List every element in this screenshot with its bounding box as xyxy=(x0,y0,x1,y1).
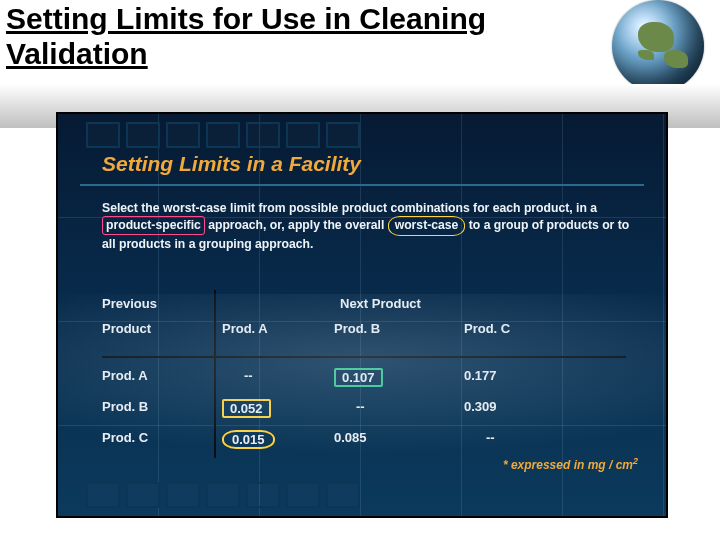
row-header-2: Product xyxy=(102,315,222,342)
table-header-row2: Product Prod. A Prod. B Prod. C xyxy=(102,315,626,342)
cell-b-c: 0.309 xyxy=(464,397,584,420)
highlight-yellow-ellipse: 0.015 xyxy=(222,430,275,449)
cell-b-b: -- xyxy=(334,397,464,420)
highlight-green-box: 0.107 xyxy=(334,368,383,387)
col-c: Prod. C xyxy=(464,315,584,342)
highlight-yellow-box: 0.052 xyxy=(222,399,271,418)
col-b: Prod. B xyxy=(334,315,464,342)
row-header-1: Previous xyxy=(102,296,222,315)
col-group-header: Next Product xyxy=(334,296,584,315)
para-text-2: approach, or, apply the overall xyxy=(208,218,387,232)
cell-b-a: 0.052 xyxy=(222,397,334,420)
limits-table: Previous Next Product Product Prod. A Pr… xyxy=(102,296,626,342)
top-squares-ornament xyxy=(86,122,360,148)
globe-icon xyxy=(612,0,704,92)
cell-c-a: 0.015 xyxy=(222,428,334,451)
col-a: Prod. A xyxy=(222,315,334,342)
row-c-label: Prod. C xyxy=(102,428,222,451)
row-a-label: Prod. A xyxy=(102,366,222,389)
bottom-squares-ornament xyxy=(86,482,360,508)
heading-rule xyxy=(80,184,644,186)
slide: Setting Limits for Use in Cleaning Valid… xyxy=(0,0,720,540)
table-body: Prod. A -- 0.107 0.177 Prod. B 0.052 -- … xyxy=(102,366,626,451)
footnote: * expressed in mg / cm2 xyxy=(503,456,638,472)
cell-a-b: 0.107 xyxy=(334,366,464,389)
table-row-divider xyxy=(102,356,626,358)
panel-heading: Setting Limits in a Facility xyxy=(102,152,361,176)
cell-a-a: -- xyxy=(222,366,334,389)
page-title: Setting Limits for Use in Cleaning Valid… xyxy=(6,2,600,71)
para-text-1: Select the worst-case limit from possibl… xyxy=(102,201,597,215)
row-b-label: Prod. B xyxy=(102,397,222,420)
content-panel: Setting Limits in a Facility Select the … xyxy=(56,112,668,518)
cell-c-b: 0.085 xyxy=(334,428,464,451)
product-specific-highlight: product-specific xyxy=(102,216,205,234)
cell-a-c: 0.177 xyxy=(464,366,584,389)
table-header-row1: Previous Next Product xyxy=(102,296,626,315)
worst-case-highlight: worst-case xyxy=(388,216,466,235)
cell-c-c: -- xyxy=(464,428,584,451)
panel-paragraph: Select the worst-case limit from possibl… xyxy=(102,200,632,252)
